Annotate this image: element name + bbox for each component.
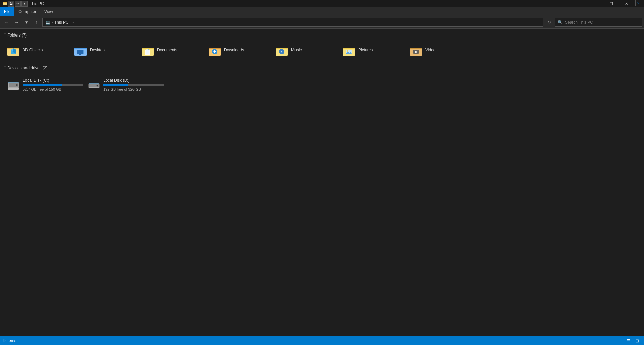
drive-bar-bg-d xyxy=(103,84,164,86)
window-controls: — ❐ ✕ ? xyxy=(589,0,641,7)
items-count-text: 9 items xyxy=(3,338,16,343)
folder-icon-music: ♪ xyxy=(275,44,288,56)
folders-section-header[interactable]: ˅ Folders (7) xyxy=(4,33,640,38)
drives-section-header[interactable]: ˅ Devices and drives (2) xyxy=(4,66,640,70)
drive-free-d: 192 GB free of 326 GB xyxy=(103,87,164,91)
folder-item-pictures[interactable]: Pictures xyxy=(339,40,407,60)
folder-icon-downloads xyxy=(208,44,221,56)
search-icon: 🔍 xyxy=(558,20,563,25)
svg-rect-1 xyxy=(3,3,7,5)
restore-button[interactable]: ❐ xyxy=(604,0,619,7)
folder-icon-3dobjects xyxy=(7,44,20,56)
path-icon: 💻 xyxy=(45,20,50,25)
svg-point-58 xyxy=(97,85,98,86)
svg-point-39 xyxy=(347,50,348,52)
tab-view[interactable]: View xyxy=(40,7,57,16)
folder-item-music[interactable]: ♪ Music xyxy=(272,40,339,60)
ribbon: File Computer View xyxy=(0,7,644,16)
svg-rect-17 xyxy=(142,48,146,49)
title-bar: 💾 ↩ ▾ This PC — ❐ ✕ ? xyxy=(0,0,644,7)
minimize-button[interactable]: — xyxy=(589,0,604,7)
svg-rect-29 xyxy=(214,50,215,52)
undo-qs-button[interactable]: ↩ xyxy=(15,1,21,7)
folder-item-desktop[interactable]: Desktop xyxy=(71,40,138,60)
svg-rect-37 xyxy=(343,48,347,49)
folder-icon-desktop xyxy=(74,44,87,56)
folders-grid: 3D Objects Desktop xyxy=(4,40,640,60)
window-title: This PC xyxy=(30,1,44,6)
status-right: ☰ ⊞ xyxy=(625,337,641,344)
content-area: ˅ Folders (7) 3D Objects xyxy=(0,29,644,336)
drives-label: Devices and drives (2) xyxy=(7,66,47,70)
folder-item-videos[interactable]: Videos xyxy=(407,40,474,60)
save-qs-button[interactable]: 💾 xyxy=(8,1,14,7)
drive-bar-bg-c xyxy=(23,84,83,86)
folders-chevron: ˅ xyxy=(4,33,6,38)
svg-text:♪: ♪ xyxy=(280,50,282,54)
back-button[interactable]: ← xyxy=(2,18,11,27)
folder-label-3dobjects: 3D Objects xyxy=(23,48,43,53)
forward-button[interactable]: → xyxy=(12,18,21,27)
detail-view-button[interactable]: ⊞ xyxy=(633,337,641,344)
svg-rect-53 xyxy=(8,82,19,83)
drive-free-c: 52.7 GB free of 150 GB xyxy=(23,87,83,91)
svg-rect-5 xyxy=(7,48,12,49)
title-bar-left: 💾 ↩ ▾ This PC xyxy=(3,1,44,7)
drive-name-d: Local Disk (D:) xyxy=(103,78,164,83)
address-path[interactable]: 💻 › This PC ▾ xyxy=(42,18,543,27)
drives-chevron: ˅ xyxy=(4,66,6,70)
folder-label-desktop: Desktop xyxy=(90,48,105,53)
folder-label-documents: Documents xyxy=(157,48,177,53)
drive-bar-fill-c xyxy=(23,84,62,86)
status-separator: | xyxy=(19,338,20,343)
svg-rect-2 xyxy=(3,2,5,3)
refresh-button[interactable]: ↻ xyxy=(545,18,553,27)
app-icon xyxy=(3,1,7,6)
tab-computer[interactable]: Computer xyxy=(14,7,40,16)
folder-icon-documents xyxy=(141,44,154,56)
list-view-button[interactable]: ☰ xyxy=(625,337,632,344)
drive-item-c[interactable]: Local Disk (C:) 52.7 GB free of 150 GB xyxy=(4,73,85,96)
svg-rect-26 xyxy=(209,48,213,49)
drive-item-d[interactable]: Local Disk (D:) 192 GB free of 326 GB xyxy=(85,73,165,96)
drive-icon-d xyxy=(87,78,101,91)
folder-item-documents[interactable]: Documents xyxy=(138,40,205,60)
drive-bar-fill-d xyxy=(103,84,128,86)
drive-name-c: Local Disk (C:) xyxy=(23,78,83,83)
svg-rect-43 xyxy=(410,48,415,49)
folder-label-downloads: Downloads xyxy=(224,48,244,53)
status-bar: 9 items | ☰ ⊞ xyxy=(0,336,644,345)
folder-icon-videos xyxy=(409,44,423,56)
main-content: ˅ Folders (7) 3D Objects xyxy=(0,29,644,336)
folder-item-3dobjects[interactable]: 3D Objects xyxy=(4,40,71,60)
folder-label-pictures: Pictures xyxy=(358,48,373,53)
svg-rect-12 xyxy=(77,50,83,54)
svg-rect-59 xyxy=(89,83,99,84)
address-dropdown-button[interactable]: ▾ xyxy=(70,18,77,27)
quick-access-toolbar: 💾 ↩ ▾ xyxy=(3,1,28,7)
help-button[interactable]: ? xyxy=(635,0,641,6)
drives-grid: Local Disk (C:) 52.7 GB free of 150 GB xyxy=(4,73,640,96)
folder-icon-pictures xyxy=(342,44,356,56)
up-button[interactable]: ↑ xyxy=(32,18,41,27)
close-button[interactable]: ✕ xyxy=(619,0,634,7)
search-input[interactable] xyxy=(565,20,639,25)
address-bar: ← → ▾ ↑ 💻 › This PC ▾ ↻ 🔍 xyxy=(0,16,644,29)
folders-label: Folders (7) xyxy=(7,33,27,38)
svg-rect-14 xyxy=(79,54,81,55)
drive-info-d: Local Disk (D:) 192 GB free of 326 GB xyxy=(103,78,164,91)
folder-label-music: Music xyxy=(291,48,302,53)
svg-rect-11 xyxy=(74,48,79,49)
qs-dropdown-button[interactable]: ▾ xyxy=(21,1,28,7)
status-items-count: 9 items | xyxy=(3,338,22,343)
svg-rect-32 xyxy=(276,48,280,49)
drive-info-c: Local Disk (C:) 52.7 GB free of 150 GB xyxy=(23,78,83,91)
search-box[interactable]: 🔍 xyxy=(555,18,642,27)
path-label: This PC xyxy=(54,20,69,25)
folder-label-videos: Videos xyxy=(425,48,437,53)
recent-locations-button[interactable]: ▾ xyxy=(22,18,31,27)
folder-item-downloads[interactable]: Downloads xyxy=(205,40,272,60)
tab-file[interactable]: File xyxy=(0,7,14,16)
drive-icon-c xyxy=(7,78,20,91)
path-separator: › xyxy=(52,20,53,25)
